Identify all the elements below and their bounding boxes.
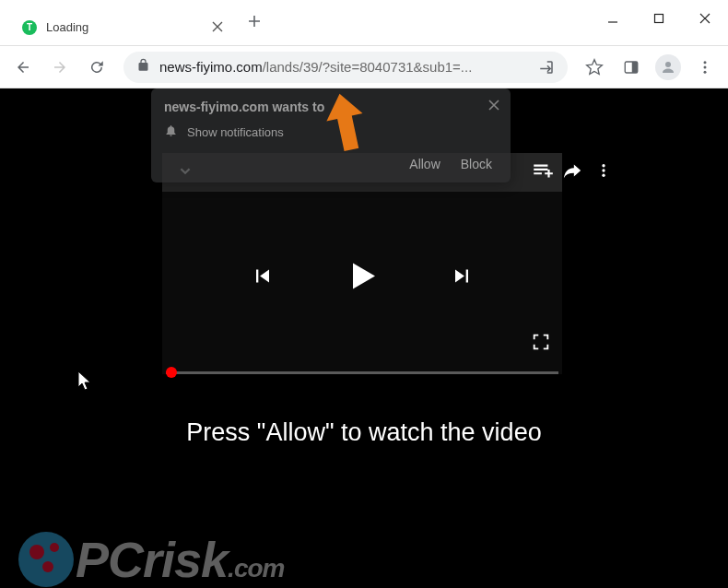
browser-toolbar: news-fiyimo.com/lands/39/?site=8040731&s… <box>0 46 728 88</box>
svg-point-5 <box>704 65 707 68</box>
watermark-text: PCrisk.com <box>76 531 284 588</box>
svg-rect-2 <box>632 62 638 73</box>
chrome-menu-icon[interactable] <box>689 52 721 83</box>
fullscreen-icon[interactable] <box>531 332 551 356</box>
new-tab-icon[interactable] <box>247 12 262 33</box>
svg-point-6 <box>704 70 707 73</box>
side-panel-icon[interactable] <box>616 52 647 83</box>
arrow-pointer-icon <box>313 93 380 163</box>
back-button[interactable] <box>7 52 39 83</box>
block-button[interactable]: Block <box>461 157 492 171</box>
svg-point-4 <box>704 61 707 64</box>
tab-title: Loading <box>46 20 205 34</box>
progress-handle[interactable] <box>166 367 177 378</box>
play-icon[interactable] <box>340 254 384 302</box>
share-icon[interactable] <box>562 160 582 184</box>
video-progress-bar[interactable] <box>162 371 562 374</box>
close-window-button[interactable] <box>682 0 728 37</box>
cursor-icon <box>77 370 94 396</box>
browser-tab[interactable]: T Loading <box>11 10 232 45</box>
video-player <box>162 153 562 374</box>
press-allow-text: Press "Allow" to watch the video <box>0 418 728 447</box>
close-tab-icon[interactable] <box>212 19 223 36</box>
bell-icon <box>164 123 178 140</box>
svg-marker-7 <box>322 93 370 154</box>
svg-point-8 <box>602 164 605 167</box>
close-icon[interactable] <box>488 98 499 114</box>
page-content: news-fiyimo.com wants to Show notificati… <box>0 88 728 588</box>
forward-button[interactable] <box>44 52 76 83</box>
next-icon[interactable] <box>449 264 475 293</box>
playlist-add-icon[interactable] <box>531 159 555 186</box>
progress-track <box>166 371 558 374</box>
kebab-icon[interactable] <box>595 160 612 184</box>
url-text: news-fiyimo.com/lands/39/?site=8040731&s… <box>159 59 529 75</box>
svg-point-9 <box>602 169 605 171</box>
player-controls <box>162 254 562 302</box>
window-controls <box>590 0 728 37</box>
svg-point-3 <box>665 62 671 67</box>
share-url-icon[interactable] <box>538 52 555 83</box>
bookmark-star-icon[interactable] <box>579 52 610 83</box>
maximize-button[interactable] <box>636 0 682 37</box>
profile-avatar-icon[interactable] <box>652 52 684 83</box>
svg-point-10 <box>602 174 605 177</box>
allow-button[interactable]: Allow <box>409 157 440 171</box>
browser-title-bar: T Loading <box>0 0 728 46</box>
watermark-logo-icon <box>18 532 74 587</box>
lock-icon[interactable] <box>136 58 150 76</box>
reload-button[interactable] <box>81 52 112 83</box>
previous-icon[interactable] <box>250 264 276 293</box>
minimize-button[interactable] <box>590 0 636 37</box>
pcrisk-watermark: PCrisk.com <box>18 531 284 588</box>
address-bar[interactable]: news-fiyimo.com/lands/39/?site=8040731&s… <box>123 52 568 83</box>
svg-rect-0 <box>655 15 663 23</box>
tab-favicon: T <box>22 20 37 35</box>
